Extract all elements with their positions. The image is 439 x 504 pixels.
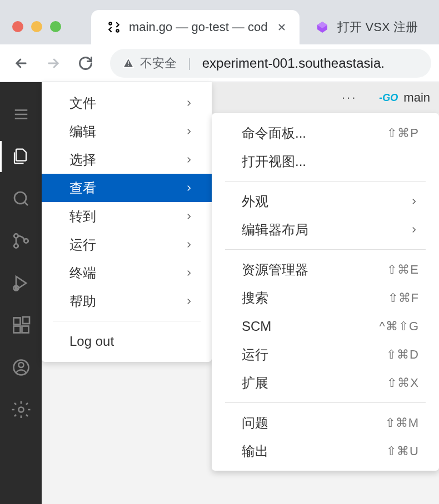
menu-toggle-button[interactable] [0, 93, 42, 135]
editor-tab-main-go[interactable]: -GO main [379, 90, 430, 105]
browser-tab-active[interactable]: main.go — go-test — cod [91, 10, 300, 44]
forward-button[interactable] [40, 50, 67, 77]
menu-item-label: 帮助 [69, 293, 96, 310]
url-text: experiment-001.southeastasia. [202, 56, 385, 71]
submenu-search[interactable]: 搜索 ⇧⌘F [212, 284, 439, 312]
chevron-right-icon [409, 225, 419, 235]
back-button[interactable] [8, 50, 34, 77]
submenu-item-label: 命令面板... [242, 124, 306, 142]
menu-terminal[interactable]: 终端 [42, 259, 212, 287]
menu-selection[interactable]: 选择 [42, 145, 212, 174]
tab-close-button[interactable] [275, 21, 288, 34]
svg-rect-10 [23, 317, 29, 324]
submenu-item-label: 搜索 [242, 289, 268, 307]
submenu-appearance[interactable]: 外观 [212, 187, 439, 215]
menu-item-label: 转到 [69, 208, 96, 225]
submenu-separator [225, 402, 426, 403]
svg-point-0 [109, 22, 111, 24]
vsx-icon [315, 20, 330, 34]
svg-point-3 [14, 234, 18, 238]
chevron-right-icon [409, 196, 419, 206]
chevron-right-icon [184, 296, 194, 306]
browser-tab-inactive[interactable]: 打开 VSX 注册 [300, 10, 428, 44]
settings-button[interactable] [0, 389, 42, 431]
menu-item-label: 查看 [69, 179, 96, 197]
submenu-open-view[interactable]: 打开视图... [212, 147, 439, 175]
source-control-tab[interactable] [0, 220, 42, 262]
submenu-output[interactable]: 输出 ⇧⌘U [212, 437, 439, 465]
submenu-item-label: 扩展 [242, 374, 268, 392]
explorer-tab[interactable] [0, 135, 42, 178]
submenu-run[interactable]: 运行 ⇧⌘D [212, 340, 439, 369]
keyboard-shortcut: ⇧⌘X [387, 376, 419, 390]
menu-edit[interactable]: 编辑 [42, 117, 212, 145]
submenu-separator [225, 181, 426, 182]
submenu-item-label: 编辑器布局 [242, 221, 308, 239]
view-submenu: 命令面板... ⇧⌘P 打开视图... 外观 编辑器布局 资源管理器 ⇧⌘E 搜… [212, 113, 439, 471]
submenu-extensions[interactable]: 扩展 ⇧⌘X [212, 369, 439, 397]
submenu-item-label: 问题 [242, 414, 268, 432]
keyboard-shortcut: ^⌘⇧G [380, 319, 419, 334]
submenu-item-label: 外观 [242, 193, 268, 210]
keyboard-shortcut: ⇧⌘M [385, 416, 419, 430]
submenu-item-label: 资源管理器 [242, 261, 308, 279]
svg-point-2 [14, 192, 26, 204]
menu-item-label: 终端 [69, 264, 96, 282]
keyboard-shortcut: ⇧⌘D [386, 347, 419, 362]
submenu-item-label: 运行 [242, 346, 268, 364]
security-badge[interactable]: 不安全 [122, 55, 177, 72]
svg-rect-7 [13, 318, 20, 325]
navigation-toolbar: 不安全 | experiment-001.southeastasia. [0, 44, 439, 82]
reload-button[interactable] [72, 50, 99, 77]
browser-tab-title: 打开 VSX 注册 [337, 19, 417, 36]
chevron-right-icon [184, 98, 194, 108]
submenu-item-label: 输出 [242, 442, 268, 460]
window-close-button[interactable] [12, 21, 23, 32]
application-menu: 文件 编辑 选择 查看 转到 [42, 82, 212, 362]
submenu-editor-layout[interactable]: 编辑器布局 [212, 215, 439, 244]
chevron-right-icon [184, 211, 194, 221]
submenu-scm[interactable]: SCM ^⌘⇧G [212, 312, 439, 340]
menu-run[interactable]: 运行 [42, 230, 212, 259]
menu-item-label: 运行 [69, 236, 96, 254]
run-debug-tab[interactable] [0, 262, 42, 304]
window-minimize-button[interactable] [31, 21, 42, 32]
warning-icon [122, 57, 134, 69]
menu-view[interactable]: 查看 [42, 174, 212, 202]
accounts-button[interactable] [0, 346, 42, 389]
submenu-item-label: SCM [242, 319, 271, 334]
submenu-command-palette[interactable]: 命令面板... ⇧⌘P [212, 119, 439, 147]
menu-file[interactable]: 文件 [42, 89, 212, 117]
search-tab[interactable] [0, 178, 42, 220]
menu-item-label: Log out [69, 334, 114, 349]
keyboard-shortcut: ⇧⌘P [387, 126, 419, 140]
tab-overflow-icon[interactable]: ··· [342, 90, 357, 105]
menu-go[interactable]: 转到 [42, 202, 212, 230]
extensions-tab[interactable] [0, 304, 42, 346]
submenu-problems[interactable]: 问题 ⇧⌘M [212, 409, 439, 437]
chevron-right-icon [184, 155, 194, 165]
svg-rect-9 [22, 326, 28, 333]
chevron-right-icon [184, 127, 194, 137]
app-content: ··· -GO main 文件 编辑 选择 查看 [0, 82, 439, 504]
activity-bar [0, 82, 42, 504]
address-bar[interactable]: 不安全 | experiment-001.southeastasia. [110, 49, 431, 78]
url-divider: | [188, 56, 191, 70]
browser-tab-strip: main.go — go-test — cod 打开 VSX 注册 [0, 0, 439, 44]
svg-point-13 [18, 407, 23, 412]
chevron-right-icon [184, 240, 194, 250]
menu-help[interactable]: 帮助 [42, 287, 212, 315]
window-maximize-button[interactable] [50, 21, 61, 32]
browser-tab-title: main.go — go-test — cod [129, 20, 267, 34]
menu-separator [53, 321, 201, 321]
submenu-explorer[interactable]: 资源管理器 ⇧⌘E [212, 255, 439, 284]
menu-logout[interactable]: Log out [42, 327, 212, 355]
keyboard-shortcut: ⇧⌘F [388, 291, 419, 305]
svg-point-4 [14, 244, 18, 248]
code-server-icon [107, 20, 121, 34]
keyboard-shortcut: ⇧⌘U [386, 444, 419, 458]
submenu-item-label: 打开视图... [242, 153, 306, 170]
editor-tab-filename: main [403, 90, 430, 105]
svg-point-1 [116, 29, 118, 32]
go-file-icon: -GO [379, 92, 398, 104]
